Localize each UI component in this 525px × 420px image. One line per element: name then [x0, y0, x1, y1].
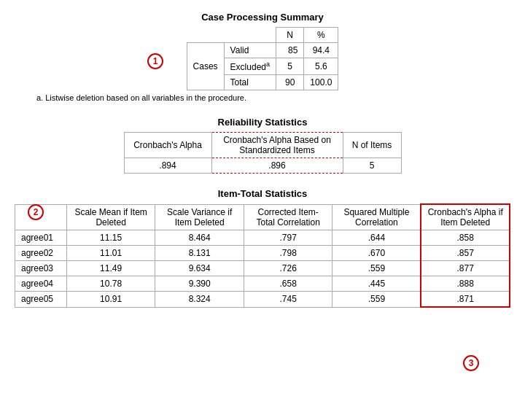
cps-total-label: Total: [224, 75, 276, 90]
reliability-section: Reliability Statistics Cronbach's Alpha …: [15, 117, 510, 174]
its-col4-header: Squared Multiple Correlation: [332, 204, 421, 230]
item-total-section: Item-Total Statistics Scale Mean if Item…: [15, 188, 510, 308]
its-row-agree04: agree04 10.78 9.390 .658 .445 .888: [15, 276, 510, 292]
its-agree05-c2: 8.324: [155, 292, 244, 308]
its-item-agree05: agree05: [15, 292, 67, 308]
rel-col1-header: Cronbach's Alpha: [124, 133, 211, 158]
its-item-agree02: agree02: [15, 246, 67, 261]
its-item-agree04: agree04: [15, 276, 67, 292]
its-item-agree03: agree03: [15, 261, 67, 276]
its-agree01-c3: .797: [244, 230, 332, 246]
its-agree04-c2: 9.390: [155, 276, 244, 292]
cps-excluded-pct: 5.6: [304, 58, 338, 75]
cps-excluded-label: Excludeda: [224, 58, 276, 75]
its-row-agree05: agree05 10.91 8.324 .745 .559 .871: [15, 292, 510, 308]
rel-std-alpha-val: .896: [211, 158, 343, 174]
its-agree04-c4: .445: [332, 276, 421, 292]
annotation-2: 2: [28, 204, 44, 220]
its-col2-header: Scale Variance if Item Deleted: [155, 204, 244, 230]
its-agree03-c2: 9.634: [155, 261, 244, 276]
rel-col2-header: Cronbach's Alpha Based on Standardized I…: [211, 133, 343, 158]
its-title: Item-Total Statistics: [15, 188, 510, 199]
its-agree05-c5: .871: [421, 292, 510, 308]
its-table: Scale Mean if Item Deleted Scale Varianc…: [15, 203, 510, 308]
rel-col2-label: Cronbach's Alpha Based on Standardized I…: [223, 135, 331, 155]
its-row-agree01: agree01 11.15 8.464 .797 .644 .858: [15, 230, 510, 246]
rel-col3-header: N of Items: [343, 133, 401, 158]
its-agree04-c1: 10.78: [66, 276, 155, 292]
rel-table: Cronbach's Alpha Cronbach's Alpha Based …: [124, 132, 402, 174]
rel-data-row: .894 .896 5: [124, 158, 401, 174]
its-agree02-c1: 11.01: [66, 246, 155, 261]
rel-n-items-val: 5: [343, 158, 401, 174]
its-agree04-c3: .658: [244, 276, 332, 292]
its-col5-header: Cronbach's Alpha if Item Deleted: [421, 204, 510, 230]
cps-total-pct: 100.0: [304, 75, 338, 90]
cps-table: N % Cases Valid 85 94.4 Excludeda 5 5.6 …: [187, 27, 339, 90]
its-row-agree02: agree02 11.01 8.131 .798 .670 .857: [15, 246, 510, 261]
cps-header-pct: %: [304, 28, 338, 43]
its-agree02-c3: .798: [244, 246, 332, 261]
its-agree02-c4: .670: [332, 246, 421, 261]
annotation-1: 1: [147, 53, 163, 69]
its-agree05-c4: .559: [332, 292, 421, 308]
annotation-3: 3: [463, 355, 479, 371]
its-agree02-c2: 8.131: [155, 246, 244, 261]
its-agree03-c1: 11.49: [66, 261, 155, 276]
its-agree05-c3: .745: [244, 292, 332, 308]
cps-cases-label: Cases: [187, 43, 224, 90]
cps-empty-header: [187, 28, 276, 43]
cps-valid-n: 85: [276, 43, 304, 58]
main-container: 1 2 3 Case Processing Summary N % Cases …: [15, 12, 510, 308]
cps-footnote: a. Listwise deletion based on all variab…: [36, 93, 510, 102]
its-col3-header: Corrected Item-Total Correlation: [244, 204, 332, 230]
its-agree01-c4: .644: [332, 230, 421, 246]
its-agree01-c1: 11.15: [66, 230, 155, 246]
its-agree05-c1: 10.91: [66, 292, 155, 308]
cps-valid-label: Valid: [224, 43, 276, 58]
cps-row-valid: Cases Valid 85 94.4: [187, 43, 338, 58]
its-agree03-c4: .559: [332, 261, 421, 276]
its-agree03-c3: .726: [244, 261, 332, 276]
its-agree03-c5: .877: [421, 261, 510, 276]
cps-valid-pct: 94.4: [304, 43, 338, 58]
its-header-row: Scale Mean if Item Deleted Scale Varianc…: [15, 204, 510, 230]
cps-total-n: 90: [276, 75, 304, 90]
cps-excluded-n: 5: [276, 58, 304, 75]
its-agree04-c5: .888: [421, 276, 510, 292]
its-agree01-c5: .858: [421, 230, 510, 246]
cps-title: Case Processing Summary: [15, 12, 510, 23]
rel-title: Reliability Statistics: [15, 117, 510, 128]
rel-alpha-val: .894: [124, 158, 211, 174]
cps-header-n: N: [276, 28, 304, 43]
its-row-agree03: agree03 11.49 9.634 .726 .559 .877: [15, 261, 510, 276]
its-agree01-c2: 8.464: [155, 230, 244, 246]
case-processing-section: Case Processing Summary N % Cases Valid …: [15, 12, 510, 102]
its-item-agree01: agree01: [15, 230, 67, 246]
its-agree02-c5: .857: [421, 246, 510, 261]
its-col1-header: Scale Mean if Item Deleted: [66, 204, 155, 230]
